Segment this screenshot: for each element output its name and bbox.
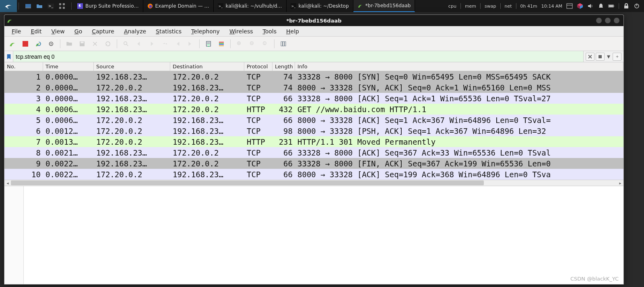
taskbar-task[interactable]: Example Domain — …	[143, 0, 214, 12]
open-file-button[interactable]	[64, 38, 75, 49]
show-desktop-icon[interactable]	[25, 2, 32, 10]
taskbar-task[interactable]: >_kali@kali: ~/Desktop	[287, 0, 353, 12]
close-file-button[interactable]	[89, 38, 101, 49]
taskbar-task[interactable]: *br-7bebd156daab	[353, 0, 415, 12]
packet-row[interactable]: 60.0012…172.20.0.2192.168.23…TCP988000 →…	[4, 125, 623, 136]
zoom-in-button[interactable]	[234, 38, 245, 49]
zoom-reset-button[interactable]: 1	[260, 38, 271, 49]
menu-wireless[interactable]: Wireless	[225, 27, 257, 35]
filter-clear-button[interactable]	[586, 53, 594, 61]
cell-no: 4	[4, 104, 43, 115]
cell-time: 0.0021…	[43, 147, 94, 158]
packet-list-header[interactable]: No. Time Source Destination Protocol Len…	[4, 62, 623, 71]
filter-history-dropdown[interactable]: ▾	[606, 53, 611, 61]
window-maximize-button[interactable]	[605, 18, 611, 23]
window-titlebar[interactable]: *br-7bebd156daab	[4, 15, 623, 26]
horizontal-scrollbar[interactable]: ◂ ▸	[4, 180, 623, 186]
go-back-button[interactable]	[133, 38, 144, 49]
menu-telephony[interactable]: Telephony	[187, 27, 224, 35]
clock-label[interactable]: 10:14 AM	[541, 4, 562, 9]
display-filter-input[interactable]	[13, 51, 583, 62]
scroll-left-arrow-icon[interactable]: ◂	[4, 180, 11, 186]
column-header-source[interactable]: Source	[94, 62, 170, 71]
task-label: kali@kali: ~/vulhub/d…	[226, 3, 282, 9]
filter-apply-button[interactable]	[596, 53, 605, 61]
packet-row[interactable]: 90.0022…192.168.23…172.20.0.2TCP6633328 …	[4, 158, 623, 169]
packet-row[interactable]: 50.0006…172.20.0.2192.168.23…TCP668000 →…	[4, 115, 623, 125]
kali-launcher-icon[interactable]	[0, 0, 17, 12]
cell-proto: HTTP	[244, 136, 272, 147]
go-last-button[interactable]	[185, 38, 196, 49]
auto-scroll-button[interactable]	[203, 38, 214, 49]
restart-capture-button[interactable]	[33, 38, 44, 49]
mem-monitor[interactable]: mem	[465, 4, 476, 9]
menu-tools[interactable]: Tools	[259, 27, 281, 35]
start-capture-button[interactable]	[7, 38, 18, 49]
menu-analyze[interactable]: Analyze	[120, 27, 150, 35]
cell-len: 74	[272, 82, 295, 93]
menu-edit[interactable]: Edit	[27, 27, 45, 35]
packet-row[interactable]: 30.0000…192.168.23…172.20.0.2TCP6633328 …	[4, 93, 623, 104]
app-launcher-icon[interactable]	[58, 2, 66, 10]
menu-statistics[interactable]: Statistics	[152, 27, 186, 35]
resize-columns-button[interactable]	[278, 38, 289, 49]
column-header-protocol[interactable]: Protocol	[244, 62, 272, 71]
file-manager-icon[interactable]	[36, 2, 43, 10]
menu-view[interactable]: View	[47, 27, 69, 35]
filter-bookmark-icon[interactable]	[4, 51, 13, 62]
filter-add-button[interactable]: ＋	[613, 53, 621, 61]
taskbar-task[interactable]: Burp Suite Professio…	[73, 0, 143, 12]
cell-dst: 172.20.0.2	[170, 104, 244, 115]
save-file-button[interactable]	[76, 38, 88, 49]
notifications-icon[interactable]	[598, 3, 604, 9]
packet-list-pane: No. Time Source Destination Protocol Len…	[4, 62, 623, 186]
svg-rect-21	[613, 6, 614, 6]
packet-details-pane[interactable]	[4, 186, 623, 284]
stop-capture-button[interactable]	[20, 38, 31, 49]
menu-capture[interactable]: Capture	[88, 27, 118, 35]
column-header-length[interactable]: Length	[272, 62, 295, 71]
menu-file[interactable]: File	[8, 27, 25, 35]
find-packet-button[interactable]	[120, 38, 132, 49]
go-first-button[interactable]	[172, 38, 183, 49]
column-header-time[interactable]: Time	[43, 62, 94, 71]
taskbar-task[interactable]: >_kali@kali: ~/vulhub/d…	[214, 0, 287, 12]
capture-options-button[interactable]	[45, 38, 57, 49]
window-minimize-button[interactable]	[596, 18, 602, 23]
battery-icon[interactable]	[608, 3, 615, 9]
column-header-no[interactable]: No.	[4, 62, 43, 71]
burp-icon	[77, 3, 83, 9]
swap-monitor[interactable]: swap	[485, 4, 496, 9]
go-forward-button[interactable]	[146, 38, 157, 49]
packet-row[interactable]: 10.0000…192.168.23…172.20.0.2TCP7433328 …	[4, 71, 623, 82]
terminal-quick-icon[interactable]: >_	[47, 2, 54, 10]
menu-help[interactable]: Help	[282, 27, 303, 35]
column-header-destination[interactable]: Destination	[170, 62, 244, 71]
cell-src: 192.168.23…	[94, 158, 170, 169]
packet-row[interactable]: 100.0022…172.20.0.2192.168.23…TCP668000 …	[4, 169, 623, 180]
packet-row[interactable]: 20.0000…172.20.0.2192.168.23…TCP748000 →…	[4, 82, 623, 93]
calendar-icon[interactable]	[566, 3, 573, 9]
cpu-monitor[interactable]: cpu	[448, 4, 456, 9]
packet-row[interactable]: 80.0021…192.168.23…172.20.0.2TCP6633328 …	[4, 147, 623, 158]
zoom-out-button[interactable]	[247, 38, 258, 49]
packet-row[interactable]: 40.0006…192.168.23…172.20.0.2HTTP432GET …	[4, 104, 623, 115]
net-monitor[interactable]: net	[505, 4, 512, 9]
svg-rect-23	[624, 6, 628, 8]
lock-icon[interactable]	[623, 3, 630, 9]
scroll-right-arrow-icon[interactable]: ▸	[617, 180, 623, 186]
cube-icon[interactable]	[577, 3, 583, 9]
colorize-button[interactable]	[216, 38, 227, 49]
volume-icon[interactable]	[587, 3, 594, 9]
reload-button[interactable]	[102, 38, 114, 49]
power-icon[interactable]	[634, 3, 640, 9]
column-header-info[interactable]: Info	[295, 62, 623, 71]
menu-go[interactable]: Go	[70, 27, 86, 35]
packet-row[interactable]: 70.0013…172.20.0.2192.168.23…HTTP231HTTP…	[4, 136, 623, 147]
window-close-button[interactable]	[614, 18, 619, 23]
os-taskbar: >_ Burp Suite Professio…Example Domain —…	[0, 0, 644, 12]
task-label: Example Domain — …	[155, 3, 209, 9]
scroll-thumb[interactable]	[11, 180, 484, 185]
svg-rect-5	[63, 3, 65, 5]
go-to-packet-button[interactable]	[159, 38, 170, 49]
